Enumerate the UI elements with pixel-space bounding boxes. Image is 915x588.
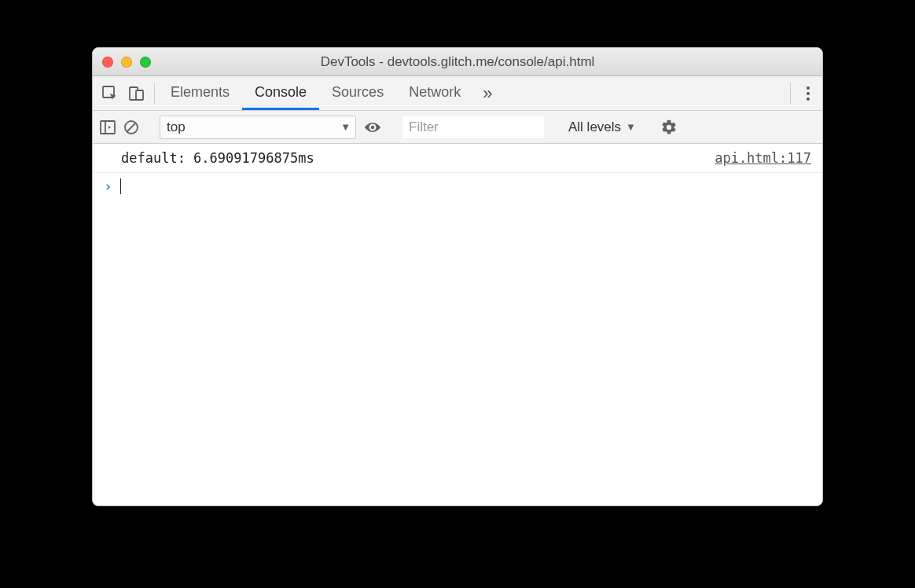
kebab-icon [807, 86, 810, 101]
svg-rect-2 [136, 90, 143, 100]
prompt-caret-icon: › [104, 178, 112, 194]
panel-tabs: Elements Console Sources Network [158, 76, 473, 110]
chevron-down-icon: ▼ [626, 121, 636, 133]
tabs-overflow-button[interactable]: » [473, 76, 502, 110]
clear-console-icon[interactable] [123, 119, 140, 136]
svg-rect-3 [101, 121, 115, 134]
close-window-button[interactable] [102, 57, 113, 68]
minimize-window-button[interactable] [121, 57, 132, 68]
console-toolbar: top ▼ All levels ▼ [93, 111, 822, 144]
tab-label: Elements [171, 84, 230, 101]
inspect-element-icon[interactable] [101, 84, 119, 103]
separator [154, 83, 155, 104]
zoom-window-button[interactable] [140, 57, 151, 68]
tab-console[interactable]: Console [242, 76, 319, 110]
console-settings-icon[interactable] [660, 119, 678, 136]
separator [790, 83, 791, 104]
console-output: default: 6.69091796875ms api.html:117 › [93, 144, 822, 505]
levels-label: All levels [568, 119, 621, 135]
tab-label: Sources [332, 84, 384, 101]
tab-label: Console [255, 84, 307, 101]
more-options-button[interactable] [794, 76, 822, 110]
console-log-entry: default: 6.69091796875ms api.html:117 [93, 144, 822, 173]
panel-tabs-bar: Elements Console Sources Network » [93, 76, 822, 111]
tab-sources[interactable]: Sources [319, 76, 396, 110]
console-sidebar-toggle-icon[interactable] [99, 119, 116, 136]
chevron-down-icon: ▼ [340, 121, 351, 133]
traffic-lights [102, 57, 151, 68]
log-levels-select[interactable]: All levels ▼ [564, 119, 641, 135]
filter-input[interactable] [402, 116, 544, 138]
device-toolbar-icon[interactable] [127, 84, 146, 103]
live-expression-icon[interactable] [362, 120, 383, 134]
console-prompt[interactable]: › [93, 173, 822, 199]
svg-line-6 [127, 123, 136, 131]
tab-network[interactable]: Network [396, 76, 473, 110]
tab-elements[interactable]: Elements [158, 76, 242, 110]
window-title: DevTools - devtools.glitch.me/console/ap… [93, 54, 822, 70]
execution-context-select[interactable]: top ▼ [160, 116, 356, 139]
context-select-value: top [167, 119, 186, 135]
text-cursor [120, 178, 122, 194]
devtools-window: DevTools - devtools.glitch.me/console/ap… [92, 47, 823, 506]
chevron-double-right-icon: » [483, 83, 492, 104]
tab-label: Network [409, 84, 461, 101]
log-source-link[interactable]: api.html:117 [715, 150, 811, 166]
svg-point-7 [371, 125, 374, 128]
titlebar: DevTools - devtools.glitch.me/console/ap… [93, 48, 822, 76]
log-message: default: 6.69091796875ms [121, 150, 314, 166]
